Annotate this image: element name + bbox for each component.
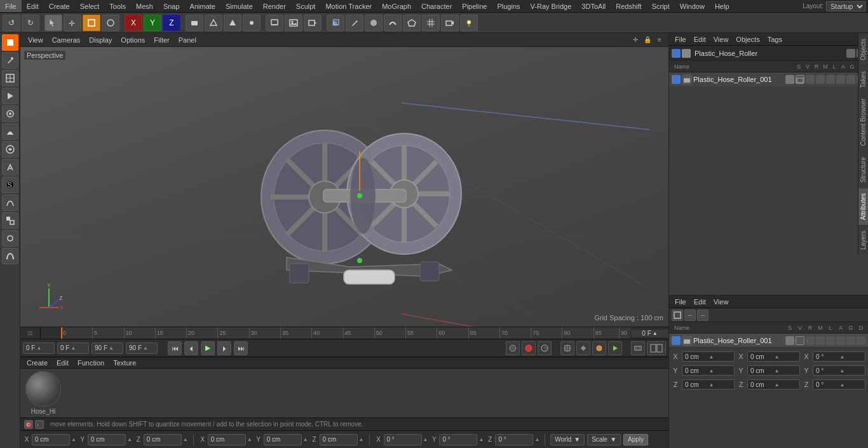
attr-view-menu[interactable]: View — [710, 295, 732, 308]
attr-coord-px-field[interactable]: 0 cm ▲ — [682, 351, 735, 362]
menu-motion-tracker[interactable]: Motion Tracker — [320, 0, 377, 12]
sidebar-deform-mode[interactable] — [2, 194, 18, 211]
attr-object-row[interactable]: Plastic_Hose_Roller_001 — [669, 334, 868, 348]
sidebar-magnet-mode[interactable] — [2, 248, 18, 264]
menu-animate[interactable]: Animate — [185, 0, 220, 12]
transport-help-button[interactable]: ? — [538, 341, 552, 355]
material-sphere-preview[interactable] — [25, 371, 61, 407]
redo-button[interactable]: ↺ — [22, 15, 39, 31]
coord-ry-input[interactable]: 0 cm — [264, 434, 302, 445]
right-tab-layers[interactable]: Layers — [858, 225, 868, 255]
attr-vis3[interactable] — [806, 336, 815, 345]
attr-edit-menu[interactable]: Edit — [691, 295, 709, 308]
attr-vis4[interactable] — [816, 336, 825, 345]
sidebar-sim-mode[interactable] — [2, 159, 18, 175]
camera-button[interactable] — [441, 15, 459, 31]
attr-vis1[interactable] — [785, 336, 794, 345]
menu-3dtoall[interactable]: 3DToAll — [576, 0, 611, 12]
mat-menu-function[interactable]: Function — [75, 359, 107, 367]
obj-vis5[interactable] — [826, 75, 835, 84]
attr-coord-pz-field[interactable]: 0 cm ▲ — [682, 379, 735, 390]
coord-rz-input[interactable]: 0 cm — [320, 434, 358, 445]
attr-pz-arrow[interactable]: ▲ — [709, 382, 732, 388]
menu-script[interactable]: Script — [647, 0, 675, 12]
attr-pz3-arrow[interactable]: ▲ — [840, 382, 863, 388]
objects-file-menu[interactable]: File — [672, 33, 689, 45]
transport-field-start[interactable]: 0 F ▲ — [23, 343, 55, 354]
nav-cube-button[interactable] — [327, 15, 344, 31]
attr-px3-arrow[interactable]: ▲ — [840, 354, 863, 360]
vp-menu-display[interactable]: Display — [85, 34, 116, 46]
menu-select[interactable]: Select — [75, 0, 105, 12]
attr-vis8[interactable] — [857, 336, 865, 345]
move-tool-button[interactable]: ✛ — [64, 15, 81, 31]
viewport-3d[interactable]: Perspective Y X Z Grid Spacing : 100 cm — [20, 47, 668, 327]
coord-sy-arrow[interactable]: ▲ — [478, 437, 484, 442]
objects-menu[interactable]: Objects — [733, 33, 763, 45]
menu-edit[interactable]: Edit — [22, 0, 44, 12]
light-button[interactable] — [460, 15, 478, 31]
sidebar-sculpt-mode[interactable] — [2, 123, 18, 140]
menu-redshift[interactable]: Redshift — [611, 0, 646, 12]
timeline-bar[interactable]: ▤ 0 5 10 15 20 25 30 35 40 45 50 55 60 6… — [20, 327, 668, 339]
axis-x-button[interactable]: X — [125, 15, 142, 31]
vp-menu-view[interactable]: View — [24, 34, 47, 46]
vp-menu-cameras[interactable]: Cameras — [48, 34, 85, 46]
attr-px2-arrow[interactable]: ▲ — [775, 354, 797, 360]
transport-go-start[interactable]: ⏮ — [168, 341, 182, 355]
obj-visibility-icon[interactable] — [682, 49, 691, 58]
sidebar-shader-mode[interactable]: S — [2, 177, 18, 193]
menu-snap[interactable]: Snap — [158, 0, 185, 12]
vp-menu-options[interactable]: Options — [117, 34, 149, 46]
attr-tool-2[interactable]: -- — [684, 309, 696, 321]
coord-sy-input[interactable]: 0 ° — [439, 434, 477, 445]
sidebar-motion-mode[interactable] — [2, 141, 18, 158]
render-region-button[interactable] — [266, 15, 283, 31]
menu-create[interactable]: Create — [44, 0, 75, 12]
attr-coord-pz2-field[interactable]: 0 cm ▲ — [747, 379, 800, 390]
objects-edit-menu[interactable]: Edit — [691, 33, 709, 45]
render-picture-button[interactable] — [285, 15, 302, 31]
transport-step-forward[interactable]: ⏵ — [217, 341, 231, 355]
menu-sculpt[interactable]: Sculpt — [291, 0, 321, 12]
transport-end2-arrow[interactable]: ▲ — [143, 345, 148, 351]
timeline-frame-input[interactable]: 0 F ▲ — [630, 330, 668, 337]
transport-keyframe-play[interactable] — [608, 341, 622, 355]
mat-menu-create[interactable]: Create — [24, 359, 50, 367]
vp-icon-menu[interactable]: ≡ — [654, 35, 665, 45]
attr-coord-py2-field[interactable]: 0 cm ▲ — [747, 365, 800, 376]
objects-tags-menu[interactable]: Tags — [764, 33, 785, 45]
transport-end1-arrow[interactable]: ▲ — [109, 345, 114, 351]
attr-pz2-arrow[interactable]: ▲ — [775, 382, 797, 388]
menu-simulate[interactable]: Simulate — [220, 0, 258, 12]
menu-mograph[interactable]: MoGraph — [377, 0, 416, 12]
world-dropdown[interactable]: World ▼ — [550, 434, 585, 445]
transport-motion-clip[interactable] — [631, 341, 645, 355]
layout-select-input[interactable]: Startup — [826, 1, 865, 11]
attr-py-arrow[interactable]: ▲ — [709, 368, 732, 374]
attr-coord-px3-field[interactable]: 0 ° ▲ — [813, 351, 865, 362]
transport-keyframe-auto[interactable] — [592, 341, 606, 355]
axis-z-button[interactable]: Z — [163, 15, 180, 31]
scale-dropdown[interactable]: Scale ▼ — [587, 434, 621, 445]
undo-button[interactable]: ↺ — [3, 15, 20, 31]
attr-vis7[interactable] — [846, 336, 855, 345]
right-tab-structure[interactable]: Structure — [858, 151, 868, 188]
menu-file[interactable]: File — [0, 0, 22, 12]
sidebar-render-mode[interactable] — [2, 105, 18, 122]
coord-rz-arrow[interactable]: ▲ — [359, 437, 364, 442]
attr-coord-pz3-field[interactable]: 0 ° ▲ — [813, 379, 865, 390]
vp-menu-panel[interactable]: Panel — [175, 34, 200, 46]
coord-sx-input[interactable]: 0 ° — [384, 434, 422, 445]
coord-ry-arrow[interactable]: ▲ — [303, 437, 308, 442]
coord-x-arrow[interactable]: ▲ — [71, 437, 76, 442]
menu-mesh[interactable]: Mesh — [131, 0, 158, 12]
attr-coord-py-field[interactable]: 0 cm ▲ — [682, 365, 735, 376]
coord-rx-input[interactable]: 0 cm — [208, 434, 246, 445]
sidebar-model-mode[interactable] — [2, 34, 18, 51]
timeline-playhead[interactable] — [61, 327, 62, 339]
timeline-track[interactable]: 0 5 10 15 20 25 30 35 40 45 50 55 60 65 … — [61, 327, 630, 339]
apply-button[interactable]: Apply — [623, 434, 648, 445]
menu-render[interactable]: Render — [258, 0, 291, 12]
coord-sz-input[interactable]: 0 ° — [495, 434, 533, 445]
